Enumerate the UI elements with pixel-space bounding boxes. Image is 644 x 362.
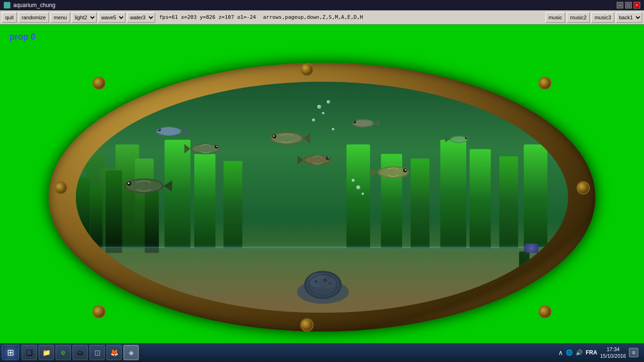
svg-point-47	[314, 280, 317, 283]
network-icon[interactable]: 🌐	[566, 349, 573, 356]
plant-bg-6	[194, 154, 215, 248]
rock-decoration	[292, 259, 349, 301]
quit-button[interactable]: quit	[2, 12, 17, 23]
decoration-blue	[524, 243, 538, 253]
light-dropdown[interactable]: light1 light2 light3	[72, 14, 96, 21]
svg-marker-33	[164, 180, 172, 191]
plant-fg-3	[519, 252, 529, 313]
bubble-7	[362, 193, 364, 195]
file-manager-button[interactable]: 🗂	[73, 345, 88, 360]
plant-bg-7	[223, 161, 242, 248]
svg-point-48	[323, 278, 327, 282]
language-indicator[interactable]: FRA	[586, 349, 597, 356]
aquarium-scene	[76, 82, 568, 313]
fish-3	[263, 128, 310, 149]
bubble-3	[312, 119, 315, 122]
app-icon	[4, 2, 10, 8]
svg-marker-23	[374, 120, 380, 127]
water-dropdown[interactable]: water1 water2 water3 water4	[127, 14, 155, 21]
svg-point-37	[451, 136, 467, 142]
svg-point-9	[216, 146, 217, 147]
aquarium-taskbar-button[interactable]: ◈	[124, 345, 139, 360]
svg-point-39	[465, 137, 468, 139]
clock-time: 17:34	[607, 346, 620, 353]
fish-7	[116, 174, 172, 197]
bubble-5	[332, 128, 334, 130]
fish-2	[184, 140, 227, 158]
menu-button[interactable]: menu	[50, 12, 70, 23]
bubble-1	[317, 105, 321, 108]
start-button[interactable]: ⊞	[2, 345, 19, 360]
porthole-container	[49, 63, 595, 332]
plant-fg-2	[91, 266, 99, 313]
fish-6	[371, 163, 416, 182]
music2-button[interactable]: music2	[567, 12, 590, 23]
edge-button[interactable]: e	[56, 345, 71, 360]
bubble-4	[327, 100, 330, 104]
controls-hint: arrows,pageup,down,Z,S,M,A,E,D,H	[260, 14, 366, 20]
window-title: aquarium_chung	[13, 2, 617, 8]
fish-8	[445, 132, 473, 146]
wave-select[interactable]: wave1 wave2 wave3 wave4 wave5	[98, 12, 125, 23]
main-area: prop 0	[0, 25, 644, 343]
svg-point-20	[328, 157, 329, 158]
tray-chevron-icon[interactable]: ∧	[558, 349, 563, 356]
water-select[interactable]: water1 water2 water3 water4	[127, 12, 155, 23]
svg-point-6	[192, 145, 219, 153]
fish-4	[297, 151, 338, 169]
back-select[interactable]: back1 back2 back3	[616, 12, 642, 23]
store-button[interactable]: ⊡	[90, 345, 105, 360]
bolt-tm	[300, 63, 314, 76]
volume-icon[interactable]: 🔊	[576, 349, 583, 356]
store-icon: ⊡	[94, 348, 100, 357]
bubble-8	[352, 179, 355, 181]
firefox-button[interactable]: 🦊	[107, 345, 122, 360]
svg-point-19	[326, 156, 329, 160]
back-dropdown[interactable]: back1 back2 back3	[616, 14, 642, 21]
plant-bg-11	[440, 140, 466, 248]
fps-status: fps=61 x=203 y=826 z=107 o1=-24	[157, 14, 259, 20]
window-controls: ─ □ ✕	[617, 2, 640, 8]
plant-fg-1	[76, 256, 85, 313]
svg-marker-2	[182, 127, 188, 136]
close-button[interactable]: ✕	[634, 2, 640, 8]
music3-button[interactable]: music3	[591, 12, 614, 23]
randomize-button[interactable]: randomize	[18, 12, 49, 23]
bubble-2	[322, 112, 324, 114]
bolt-bm	[300, 319, 314, 332]
light-select[interactable]: light1 light2 light3	[72, 12, 97, 23]
svg-point-49	[329, 282, 331, 285]
wave-dropdown[interactable]: wave1 wave2 wave3 wave4 wave5	[99, 14, 125, 21]
system-tray: ∧ 🌐 🔊 FRA 17:34 15/10/2016 ≡	[554, 346, 642, 360]
maximize-button[interactable]: □	[625, 2, 632, 8]
svg-marker-7	[184, 144, 190, 154]
plant-bg-8	[347, 144, 370, 248]
task-view-button[interactable]: ❑	[22, 345, 37, 360]
svg-point-27	[379, 168, 407, 177]
clock-date: 15/10/2016	[600, 353, 626, 359]
plant-mid-1	[76, 177, 90, 253]
svg-marker-28	[371, 168, 377, 177]
clock: 17:34 15/10/2016	[600, 346, 626, 360]
file-explorer-button[interactable]: 📁	[39, 345, 54, 360]
svg-point-30	[405, 169, 406, 171]
aquarium-viewport	[76, 82, 568, 313]
music-button[interactable]: music	[545, 12, 566, 23]
notification-button[interactable]: ≡	[629, 348, 638, 357]
plant-bg-13	[499, 156, 518, 248]
bolt-ml	[54, 181, 67, 194]
toolbar: quit randomize menu light1 light2 light3…	[0, 10, 644, 25]
file-manager-icon: 🗂	[77, 349, 83, 356]
fish-5	[347, 116, 380, 131]
prop-label: prop 0	[9, 32, 35, 42]
svg-marker-12	[304, 132, 310, 144]
taskbar: ⊞ ❑ 📁 e 🗂 ⊡ 🦊 ◈ ∧ 🌐 🔊 FRA 17:34 15/10/20…	[0, 343, 644, 362]
svg-point-40	[466, 137, 467, 138]
task-view-icon: ❑	[26, 348, 33, 357]
minimize-button[interactable]: ─	[617, 2, 623, 8]
plant-mid-2	[91, 187, 102, 253]
edge-icon: e	[61, 348, 66, 357]
svg-point-17	[305, 156, 330, 164]
bolt-mr	[577, 181, 590, 194]
start-icon: ⊞	[7, 347, 14, 358]
